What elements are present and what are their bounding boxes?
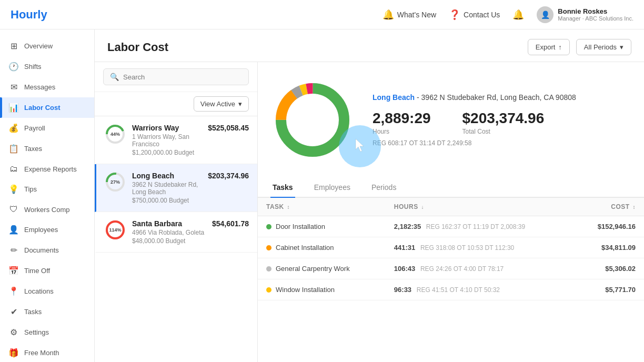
tabs-row: Tasks Employees Periods [258, 178, 644, 198]
cursor-icon [354, 138, 366, 155]
long-beach-name: Long Beach [132, 172, 202, 180]
task-name: General Carpentry Work [276, 265, 350, 273]
export-button[interactable]: Export ↑ [528, 39, 570, 55]
sidebar-item-settings[interactable]: ⚙ Settings [0, 322, 94, 343]
right-panel: Long Beach - 3962 N Studebaker Rd, Long … [258, 62, 644, 362]
sidebar-item-messages[interactable]: ✉ Messages [0, 77, 94, 97]
view-active-label: View Active [200, 100, 235, 108]
user-menu[interactable]: 👤 Bonnie Roskes Manager · ABC Solutions … [537, 6, 633, 23]
santa-barbara-budget: $48,000.00 Budget [132, 237, 206, 245]
task-name: Door Installation [276, 223, 325, 230]
santa-barbara-cost: $54,601.78 [212, 219, 249, 228]
long-beach-cost: $203,374.96 [208, 172, 249, 180]
list-item[interactable]: 27% Long Beach 3962 N Studebaker Rd, Lon… [95, 164, 257, 212]
settings-icon: ⚙ [8, 327, 19, 337]
sidebar-item-workers-comp[interactable]: 🛡 Workers Comp [0, 199, 94, 219]
cost-stat: $203,374.96 Total Cost [462, 110, 545, 135]
sidebar-item-taxes[interactable]: 📋 Taxes [0, 138, 94, 159]
chart-stats: Long Beach - 3962 N Studebaker Rd, Long … [373, 93, 631, 147]
all-periods-button[interactable]: All Periods ▾ [576, 39, 631, 55]
sidebar-item-tips[interactable]: 💡 Tips [0, 179, 94, 199]
contact-us-nav[interactable]: ❓ Contact Us [449, 9, 500, 21]
task-name-cell: Window Installation [258, 279, 386, 300]
table-row[interactable]: Cabinet Installation 441:31 REG 318:08 O… [258, 237, 644, 258]
cursor-overlay [339, 125, 381, 167]
col-cost-header[interactable]: COST ↕ [574, 198, 644, 216]
task-cost: $5,306.02 [574, 258, 644, 279]
detail-location-address: 3962 N Studebaker Rd, Long Beach, CA 908… [421, 93, 576, 102]
svg-point-12 [287, 95, 338, 145]
sidebar-item-labor-cost[interactable]: 📊 Labor Cost [0, 97, 94, 118]
table-row[interactable]: Door Installation 2,182:35 REG 162:37 OT… [258, 216, 644, 237]
task-hours: 441:31 REG 318:08 OT 10:53 DT 112:30 [386, 237, 574, 258]
tab-periods[interactable]: Periods [369, 178, 398, 198]
list-item[interactable]: 114% Santa Barbara 4966 Via Roblada, Gol… [95, 212, 257, 253]
locations-icon: 📍 [8, 286, 19, 296]
task-sort-icon: ↕ [287, 204, 290, 210]
sidebar-item-locations[interactable]: 📍 Locations [0, 281, 94, 301]
tab-employees[interactable]: Employees [312, 178, 353, 198]
documents-icon: ✏ [8, 245, 19, 255]
warriors-way-cost: $525,058.45 [208, 124, 249, 132]
col-hours-header[interactable]: HOURS ↓ [386, 198, 574, 216]
main-content: Labor Cost Export ↑ All Periods ▾ 🔍 [95, 29, 644, 362]
user-role: Manager · ABC Solutions Inc. [558, 15, 633, 22]
task-cost: $34,811.09 [574, 237, 644, 258]
sidebar-label-time-off: Time Off [24, 267, 50, 275]
periods-label: All Periods [584, 43, 617, 51]
main-layout: ⊞ Overview 🕐 Shifts ✉ Messages 📊 Labor C… [0, 29, 644, 362]
labor-cost-icon: 📊 [8, 103, 19, 113]
search-input-wrap[interactable]: 🔍 [103, 68, 249, 85]
search-icon: 🔍 [110, 73, 119, 81]
santa-barbara-pct: 114% [109, 227, 121, 233]
left-panel: 🔍 View Active ▾ [95, 62, 258, 362]
sidebar-item-documents[interactable]: ✏ Documents [0, 240, 94, 260]
whats-new-label: What's New [397, 11, 436, 19]
sidebar-label-locations: Locations [24, 287, 54, 295]
taxes-icon: 📋 [8, 144, 19, 154]
table-row[interactable]: General Carpentry Work 106:43 REG 24:26 … [258, 258, 644, 279]
search-input[interactable] [123, 73, 242, 81]
task-color-dot [266, 287, 271, 293]
sidebar-item-expense-reports[interactable]: 🗂 Expense Reports [0, 159, 94, 179]
top-nav: Hourly 🔔 What's New ❓ Contact Us 🔔 👤 Bon… [0, 0, 644, 29]
sidebar-item-payroll[interactable]: 💰 Payroll [0, 118, 94, 138]
col-task-header[interactable]: TASK ↕ [258, 198, 386, 216]
tab-tasks[interactable]: Tasks [270, 178, 295, 198]
long-beach-info: Long Beach 3962 N Studebaker Rd, Long Be… [132, 172, 202, 204]
warriors-way-address: 1 Warriors Way, San Francisco [132, 133, 202, 148]
task-hours: 96:33 REG 41:51 OT 4:10 DT 50:32 [386, 279, 574, 300]
employees-icon: 👤 [8, 225, 19, 235]
long-beach-address: 3962 N Studebaker Rd, Long Beach [132, 181, 202, 196]
sidebar-item-time-off[interactable]: 📅 Time Off [0, 260, 94, 281]
view-active-button[interactable]: View Active ▾ [194, 96, 249, 112]
warriors-way-budget: $1,200,000.00 Budget [132, 149, 202, 156]
total-cost-label: Total Cost [462, 128, 545, 135]
cost-sort-icon: ↕ [633, 204, 636, 210]
sidebar-item-employees[interactable]: 👤 Employees [0, 219, 94, 240]
sidebar-label-employees: Employees [24, 226, 58, 234]
payroll-icon: 💰 [8, 123, 19, 133]
santa-barbara-info: Santa Barbara 4966 Via Roblada, Goleta $… [132, 219, 206, 245]
long-beach-pct: 27% [110, 179, 120, 185]
sidebar-item-free-month[interactable]: 🎁 Free Month [0, 343, 94, 362]
santa-barbara-name: Santa Barbara [132, 219, 206, 228]
chevron-down-icon: ▾ [238, 100, 242, 108]
sidebar-label-taxes: Taxes [24, 145, 42, 153]
sidebar-label-labor-cost: Labor Cost [24, 104, 61, 112]
sidebar-item-tasks[interactable]: ✔ Tasks [0, 301, 94, 322]
table-row[interactable]: Window Installation 96:33 REG 41:51 OT 4… [258, 279, 644, 300]
bell-icon: 🔔 [383, 9, 394, 21]
messages-icon: ✉ [8, 82, 19, 92]
sidebar-item-shifts[interactable]: 🕐 Shifts [0, 56, 94, 77]
user-name: Bonnie Roskes [558, 7, 633, 15]
sidebar-item-overview[interactable]: ⊞ Overview [0, 36, 94, 56]
sidebar-label-free-month: Free Month [24, 349, 59, 357]
whats-new-nav[interactable]: 🔔 What's New [383, 9, 436, 21]
list-item[interactable]: 44% Warriors Way 1 Warriors Way, San Fra… [95, 116, 257, 164]
sidebar-label-tips: Tips [24, 185, 37, 193]
page-header: Labor Cost Export ↑ All Periods ▾ [95, 29, 644, 62]
notifications-bell[interactable]: 🔔 [512, 9, 524, 21]
task-name-cell: Door Installation [258, 216, 386, 237]
sidebar-label-messages: Messages [24, 83, 55, 91]
